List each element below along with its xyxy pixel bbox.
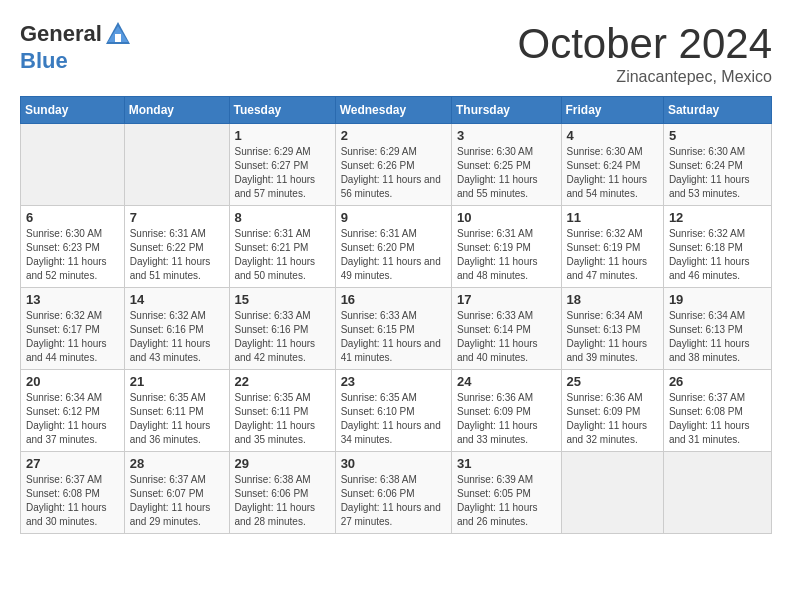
calendar-cell: 21Sunrise: 6:35 AMSunset: 6:11 PMDayligh… (124, 370, 229, 452)
day-info: Sunrise: 6:36 AMSunset: 6:09 PMDaylight:… (567, 391, 658, 447)
day-info: Sunrise: 6:36 AMSunset: 6:09 PMDaylight:… (457, 391, 556, 447)
day-number: 16 (341, 292, 446, 307)
calendar-cell: 31Sunrise: 6:39 AMSunset: 6:05 PMDayligh… (451, 452, 561, 534)
calendar-week-row: 1Sunrise: 6:29 AMSunset: 6:27 PMDaylight… (21, 124, 772, 206)
calendar-cell: 12Sunrise: 6:32 AMSunset: 6:18 PMDayligh… (663, 206, 771, 288)
weekday-header: Friday (561, 97, 663, 124)
day-info: Sunrise: 6:31 AMSunset: 6:19 PMDaylight:… (457, 227, 556, 283)
calendar-cell: 13Sunrise: 6:32 AMSunset: 6:17 PMDayligh… (21, 288, 125, 370)
weekday-header: Thursday (451, 97, 561, 124)
day-info: Sunrise: 6:35 AMSunset: 6:11 PMDaylight:… (235, 391, 330, 447)
day-info: Sunrise: 6:34 AMSunset: 6:13 PMDaylight:… (567, 309, 658, 365)
weekday-header: Sunday (21, 97, 125, 124)
day-info: Sunrise: 6:31 AMSunset: 6:20 PMDaylight:… (341, 227, 446, 283)
calendar-body: 1Sunrise: 6:29 AMSunset: 6:27 PMDaylight… (21, 124, 772, 534)
day-number: 9 (341, 210, 446, 225)
day-info: Sunrise: 6:37 AMSunset: 6:08 PMDaylight:… (26, 473, 119, 529)
calendar-cell: 2Sunrise: 6:29 AMSunset: 6:26 PMDaylight… (335, 124, 451, 206)
day-number: 18 (567, 292, 658, 307)
day-info: Sunrise: 6:30 AMSunset: 6:24 PMDaylight:… (567, 145, 658, 201)
day-number: 30 (341, 456, 446, 471)
day-number: 1 (235, 128, 330, 143)
day-info: Sunrise: 6:31 AMSunset: 6:21 PMDaylight:… (235, 227, 330, 283)
day-info: Sunrise: 6:30 AMSunset: 6:25 PMDaylight:… (457, 145, 556, 201)
day-number: 25 (567, 374, 658, 389)
calendar-cell: 25Sunrise: 6:36 AMSunset: 6:09 PMDayligh… (561, 370, 663, 452)
calendar-cell: 19Sunrise: 6:34 AMSunset: 6:13 PMDayligh… (663, 288, 771, 370)
calendar-cell: 8Sunrise: 6:31 AMSunset: 6:21 PMDaylight… (229, 206, 335, 288)
location-subtitle: Zinacantepec, Mexico (517, 68, 772, 86)
month-title: October 2024 (517, 20, 772, 68)
calendar-cell: 28Sunrise: 6:37 AMSunset: 6:07 PMDayligh… (124, 452, 229, 534)
day-number: 2 (341, 128, 446, 143)
calendar-cell: 16Sunrise: 6:33 AMSunset: 6:15 PMDayligh… (335, 288, 451, 370)
calendar-cell: 27Sunrise: 6:37 AMSunset: 6:08 PMDayligh… (21, 452, 125, 534)
calendar-cell: 6Sunrise: 6:30 AMSunset: 6:23 PMDaylight… (21, 206, 125, 288)
day-number: 3 (457, 128, 556, 143)
page-header: General Blue October 2024 Zinacantepec, … (20, 20, 772, 86)
day-info: Sunrise: 6:30 AMSunset: 6:24 PMDaylight:… (669, 145, 766, 201)
day-info: Sunrise: 6:38 AMSunset: 6:06 PMDaylight:… (341, 473, 446, 529)
svg-rect-2 (115, 34, 121, 42)
day-number: 31 (457, 456, 556, 471)
day-info: Sunrise: 6:29 AMSunset: 6:26 PMDaylight:… (341, 145, 446, 201)
day-number: 29 (235, 456, 330, 471)
title-block: October 2024 Zinacantepec, Mexico (517, 20, 772, 86)
day-info: Sunrise: 6:33 AMSunset: 6:16 PMDaylight:… (235, 309, 330, 365)
logo-icon (104, 20, 132, 48)
day-info: Sunrise: 6:38 AMSunset: 6:06 PMDaylight:… (235, 473, 330, 529)
calendar-cell: 11Sunrise: 6:32 AMSunset: 6:19 PMDayligh… (561, 206, 663, 288)
calendar-cell: 24Sunrise: 6:36 AMSunset: 6:09 PMDayligh… (451, 370, 561, 452)
calendar-week-row: 6Sunrise: 6:30 AMSunset: 6:23 PMDaylight… (21, 206, 772, 288)
day-number: 5 (669, 128, 766, 143)
calendar-week-row: 13Sunrise: 6:32 AMSunset: 6:17 PMDayligh… (21, 288, 772, 370)
day-number: 6 (26, 210, 119, 225)
day-number: 27 (26, 456, 119, 471)
logo-blue-text: Blue (20, 48, 68, 74)
day-info: Sunrise: 6:31 AMSunset: 6:22 PMDaylight:… (130, 227, 224, 283)
calendar-cell: 9Sunrise: 6:31 AMSunset: 6:20 PMDaylight… (335, 206, 451, 288)
day-number: 12 (669, 210, 766, 225)
weekday-header: Tuesday (229, 97, 335, 124)
day-info: Sunrise: 6:30 AMSunset: 6:23 PMDaylight:… (26, 227, 119, 283)
calendar-cell (663, 452, 771, 534)
day-info: Sunrise: 6:32 AMSunset: 6:17 PMDaylight:… (26, 309, 119, 365)
weekday-header: Wednesday (335, 97, 451, 124)
day-number: 24 (457, 374, 556, 389)
day-info: Sunrise: 6:29 AMSunset: 6:27 PMDaylight:… (235, 145, 330, 201)
calendar-cell: 17Sunrise: 6:33 AMSunset: 6:14 PMDayligh… (451, 288, 561, 370)
calendar-cell: 22Sunrise: 6:35 AMSunset: 6:11 PMDayligh… (229, 370, 335, 452)
day-info: Sunrise: 6:32 AMSunset: 6:18 PMDaylight:… (669, 227, 766, 283)
day-info: Sunrise: 6:35 AMSunset: 6:11 PMDaylight:… (130, 391, 224, 447)
calendar-cell: 26Sunrise: 6:37 AMSunset: 6:08 PMDayligh… (663, 370, 771, 452)
calendar-cell: 15Sunrise: 6:33 AMSunset: 6:16 PMDayligh… (229, 288, 335, 370)
day-number: 8 (235, 210, 330, 225)
day-number: 13 (26, 292, 119, 307)
day-number: 14 (130, 292, 224, 307)
calendar-cell: 29Sunrise: 6:38 AMSunset: 6:06 PMDayligh… (229, 452, 335, 534)
calendar-cell: 10Sunrise: 6:31 AMSunset: 6:19 PMDayligh… (451, 206, 561, 288)
calendar-header: SundayMondayTuesdayWednesdayThursdayFrid… (21, 97, 772, 124)
day-number: 11 (567, 210, 658, 225)
calendar-cell: 7Sunrise: 6:31 AMSunset: 6:22 PMDaylight… (124, 206, 229, 288)
calendar-cell (21, 124, 125, 206)
day-info: Sunrise: 6:39 AMSunset: 6:05 PMDaylight:… (457, 473, 556, 529)
weekday-header: Saturday (663, 97, 771, 124)
day-number: 26 (669, 374, 766, 389)
calendar-cell: 5Sunrise: 6:30 AMSunset: 6:24 PMDaylight… (663, 124, 771, 206)
day-number: 23 (341, 374, 446, 389)
logo: General Blue (20, 20, 132, 74)
day-number: 15 (235, 292, 330, 307)
calendar-cell (561, 452, 663, 534)
day-info: Sunrise: 6:33 AMSunset: 6:14 PMDaylight:… (457, 309, 556, 365)
weekday-header: Monday (124, 97, 229, 124)
day-info: Sunrise: 6:32 AMSunset: 6:16 PMDaylight:… (130, 309, 224, 365)
day-info: Sunrise: 6:33 AMSunset: 6:15 PMDaylight:… (341, 309, 446, 365)
day-number: 21 (130, 374, 224, 389)
day-info: Sunrise: 6:37 AMSunset: 6:08 PMDaylight:… (669, 391, 766, 447)
calendar-cell: 4Sunrise: 6:30 AMSunset: 6:24 PMDaylight… (561, 124, 663, 206)
calendar-cell: 3Sunrise: 6:30 AMSunset: 6:25 PMDaylight… (451, 124, 561, 206)
day-info: Sunrise: 6:35 AMSunset: 6:10 PMDaylight:… (341, 391, 446, 447)
calendar-cell: 23Sunrise: 6:35 AMSunset: 6:10 PMDayligh… (335, 370, 451, 452)
day-number: 7 (130, 210, 224, 225)
